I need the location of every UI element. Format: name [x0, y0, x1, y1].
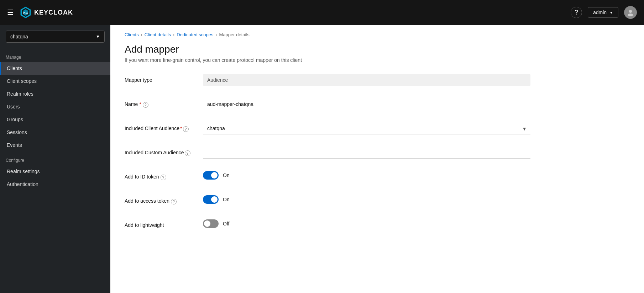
- main-content: Clients › Client details › Dedicated sco…: [110, 25, 644, 293]
- add-to-access-token-toggle-knob: [211, 196, 218, 203]
- included-client-audience-control: chatqna ▼: [203, 123, 530, 134]
- sidebar-item-realm-settings[interactable]: Realm settings: [0, 165, 110, 178]
- main-layout: chatqna ▼ Manage Clients Client scopes R…: [0, 25, 644, 293]
- svg-point-5: [628, 14, 633, 16]
- add-to-lightweight-toggle[interactable]: [203, 219, 219, 228]
- logo-area: KC KEYCLOAK: [19, 6, 571, 19]
- included-client-audience-select[interactable]: chatqna: [203, 123, 530, 134]
- add-to-access-token-toggle[interactable]: [203, 195, 219, 204]
- avatar: [624, 6, 637, 19]
- sidebar: chatqna ▼ Manage Clients Client scopes R…: [0, 25, 110, 293]
- realm-name: chatqna: [10, 34, 28, 39]
- realm-chevron-icon: ▼: [96, 34, 100, 39]
- add-to-id-token-label: Add to ID token ?: [125, 171, 203, 180]
- svg-point-4: [629, 10, 632, 13]
- included-client-audience-select-wrap: chatqna ▼: [203, 123, 530, 134]
- included-custom-audience-input[interactable]: [203, 147, 530, 159]
- admin-chevron-icon: ▼: [609, 11, 613, 15]
- sidebar-item-clients[interactable]: Clients: [0, 62, 110, 75]
- name-label: Name * ?: [125, 98, 203, 108]
- topnav: ☰ KC KEYCLOAK ? admin ▼: [0, 0, 644, 25]
- add-to-access-token-toggle-row: On: [203, 195, 530, 204]
- name-control: [203, 98, 530, 110]
- add-to-access-token-label: Add to access token ?: [125, 195, 203, 204]
- svg-text:KC: KC: [23, 11, 28, 15]
- name-input[interactable]: [203, 98, 530, 110]
- add-to-access-token-help-icon[interactable]: ?: [171, 199, 177, 204]
- sidebar-item-events[interactable]: Events: [0, 139, 110, 151]
- included-client-help-icon[interactable]: ?: [183, 126, 189, 132]
- sidebar-item-users[interactable]: Users: [0, 100, 110, 113]
- sidebar-item-groups[interactable]: Groups: [0, 113, 110, 126]
- add-to-lightweight-control: Off: [203, 219, 530, 228]
- breadcrumb-client-details[interactable]: Client details: [145, 32, 171, 37]
- add-to-id-token-row: Add to ID token ? On: [125, 171, 630, 185]
- realm-selector[interactable]: chatqna ▼: [6, 31, 105, 43]
- admin-menu-button[interactable]: admin ▼: [588, 7, 618, 18]
- included-client-audience-row: Included Client Audience * ? chatqna ▼: [125, 123, 630, 137]
- page-subtitle: If you want more fine-grain control, you…: [125, 57, 630, 63]
- name-required: *: [139, 101, 141, 107]
- configure-section-label: Configure: [0, 151, 110, 165]
- admin-label: admin: [593, 10, 607, 15]
- sidebar-item-client-scopes[interactable]: Client scopes: [0, 75, 110, 87]
- page-title: Add mapper: [125, 44, 630, 55]
- breadcrumb-mapper-details: Mapper details: [219, 32, 250, 37]
- breadcrumb-clients[interactable]: Clients: [125, 32, 139, 37]
- breadcrumb-dedicated-scopes[interactable]: Dedicated scopes: [177, 32, 213, 37]
- included-client-audience-label: Included Client Audience * ?: [125, 123, 203, 132]
- sidebar-item-sessions[interactable]: Sessions: [0, 126, 110, 139]
- breadcrumb-sep-3: ›: [216, 32, 217, 37]
- included-custom-audience-row: Included Custom Audience ?: [125, 147, 630, 161]
- sidebar-item-realm-roles[interactable]: Realm roles: [0, 87, 110, 100]
- add-to-lightweight-toggle-knob: [204, 220, 210, 227]
- add-to-access-token-control: On: [203, 195, 530, 204]
- included-client-required: *: [180, 126, 182, 131]
- add-to-lightweight-label: Add to lightweight: [125, 219, 203, 228]
- breadcrumb-sep-2: ›: [173, 32, 174, 37]
- hamburger-icon[interactable]: ☰: [7, 8, 14, 17]
- manage-section-label: Manage: [0, 48, 110, 62]
- name-help-icon[interactable]: ?: [143, 102, 148, 108]
- topnav-right: ? admin ▼: [571, 6, 637, 19]
- sidebar-item-authentication[interactable]: Authentication: [0, 178, 110, 191]
- included-custom-help-icon[interactable]: ?: [185, 150, 190, 156]
- mapper-type-control: [203, 74, 530, 86]
- help-icon[interactable]: ?: [571, 7, 582, 18]
- mapper-type-input: [203, 74, 530, 86]
- add-to-id-token-help-icon[interactable]: ?: [161, 175, 166, 180]
- add-to-id-token-state-label: On: [223, 172, 230, 178]
- add-to-lightweight-state-label: Off: [223, 221, 229, 227]
- breadcrumb: Clients › Client details › Dedicated sco…: [125, 32, 630, 37]
- add-to-id-token-control: On: [203, 171, 530, 180]
- mapper-type-row: Mapper type: [125, 74, 630, 89]
- add-to-access-token-state-label: On: [223, 197, 230, 202]
- mapper-type-label: Mapper type: [125, 74, 203, 83]
- add-to-id-token-toggle[interactable]: [203, 171, 219, 180]
- included-custom-audience-control: [203, 147, 530, 159]
- breadcrumb-sep-1: ›: [141, 32, 142, 37]
- add-to-access-token-row: Add to access token ? On: [125, 195, 630, 209]
- add-to-id-token-toggle-row: On: [203, 171, 530, 180]
- add-to-lightweight-row: Add to lightweight Off: [125, 219, 630, 234]
- add-to-id-token-toggle-knob: [211, 172, 218, 179]
- included-custom-audience-label: Included Custom Audience ?: [125, 147, 203, 156]
- logo-text: KEYCLOAK: [34, 9, 73, 16]
- name-row: Name * ?: [125, 98, 630, 113]
- avatar-icon: [627, 9, 634, 16]
- keycloak-logo-icon: KC: [19, 6, 32, 19]
- add-to-lightweight-toggle-row: Off: [203, 219, 530, 228]
